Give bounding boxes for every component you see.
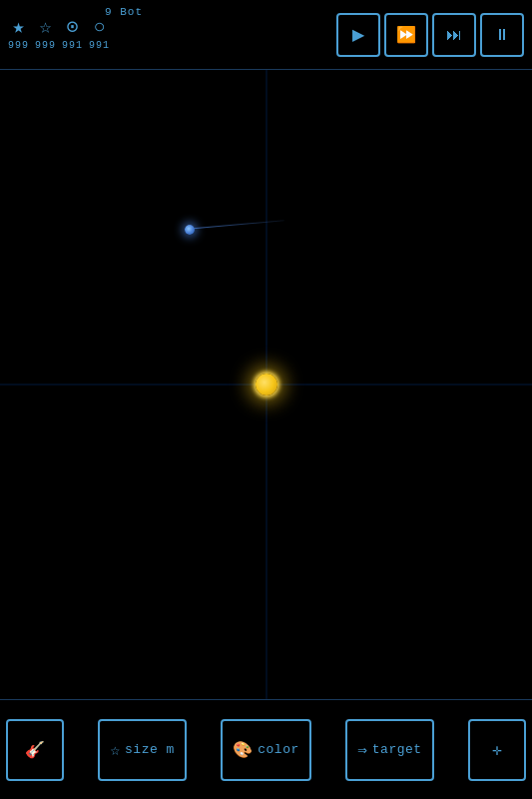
target-label: target (372, 742, 422, 757)
move-icon: ✛ (492, 740, 502, 760)
pause-button[interactable]: ⏸ (480, 13, 524, 57)
circle-value: 991 (89, 40, 110, 51)
planet-sun (256, 374, 277, 396)
star-value: 999 (8, 40, 29, 51)
star-icon: ★ (12, 18, 24, 38)
size-label: size m (125, 742, 175, 757)
color-button[interactable]: 🎨 color (221, 719, 311, 781)
guitar-button[interactable]: 🎸 (6, 719, 64, 781)
circle-icon: ○ (94, 18, 106, 38)
size-star-icon: ☆ (110, 740, 120, 760)
star-outline-value: 999 (35, 40, 56, 51)
skip-button[interactable]: ⏭ (432, 13, 476, 57)
control-buttons: ▶ ⏩ ⏭ ⏸ (336, 13, 524, 57)
orbit-icon: ⊙ (67, 18, 79, 38)
move-button[interactable]: ✛ (468, 719, 526, 781)
bot-label: 9 Bot (105, 6, 143, 18)
planet-blue (185, 225, 195, 235)
bottom-bar: 🎸 ☆ size m 🎨 color ⇒ target ✛ (0, 699, 532, 799)
top-bar: ★ 999 ☆ 999 ⊙ 991 ○ 991 ▶ ⏩ ⏭ ⏸ (0, 0, 532, 70)
score-circle: ○ 991 (89, 18, 110, 51)
color-label: color (258, 742, 299, 757)
target-button[interactable]: ⇒ target (345, 719, 433, 781)
score-icons: ★ 999 ☆ 999 ⊙ 991 ○ 991 (8, 18, 110, 51)
guitar-icon: 🎸 (25, 740, 45, 760)
color-icon: 🎨 (233, 740, 253, 760)
score-star: ★ 999 (8, 18, 29, 51)
orbit-value: 991 (62, 40, 83, 51)
play-button[interactable]: ▶ (336, 13, 380, 57)
star-outline-icon: ☆ (40, 18, 52, 38)
target-arrow-icon: ⇒ (357, 740, 367, 760)
size-button[interactable]: ☆ size m (98, 719, 186, 781)
score-star-outline: ☆ 999 (35, 18, 56, 51)
game-area (0, 70, 532, 699)
score-orbit: ⊙ 991 (62, 18, 83, 51)
fast-forward-button[interactable]: ⏩ (384, 13, 428, 57)
trajectory-line (185, 220, 284, 230)
